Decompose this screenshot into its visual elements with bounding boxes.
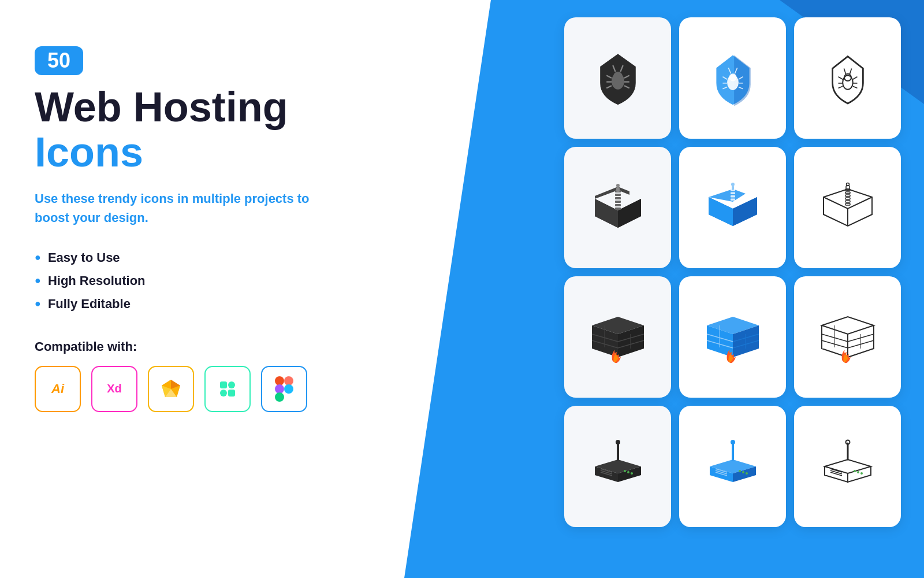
svg-rect-54 (731, 192, 735, 195)
svg-point-102 (746, 472, 748, 475)
svg-rect-7 (228, 381, 235, 388)
svg-line-105 (830, 472, 842, 476)
icon-card-router-outline (794, 406, 901, 527)
svg-point-94 (631, 472, 633, 475)
icon-card-firewall-blue (679, 276, 786, 398)
svg-point-101 (742, 471, 744, 473)
description: Use these trendy icons in multiple proje… (35, 189, 335, 227)
svg-rect-66 (845, 203, 850, 205)
svg-point-93 (627, 471, 629, 473)
svg-rect-51 (616, 187, 620, 192)
svg-rect-8 (220, 390, 227, 397)
svg-line-37 (838, 77, 843, 79)
svg-rect-9 (228, 390, 235, 397)
svg-rect-57 (731, 202, 735, 204)
app-icon-sketch[interactable] (148, 366, 194, 412)
svg-point-52 (616, 184, 620, 187)
svg-point-26 (729, 73, 736, 81)
features-list: Easy to Use High Resolution Fully Editab… (35, 250, 370, 312)
ai-label: Ai (51, 381, 64, 397)
app-icon-illustrator[interactable]: Ai (35, 366, 81, 412)
router-outline-icon (813, 435, 882, 498)
shield-bug-outline-icon (816, 46, 880, 110)
title-web: Web Hosting (35, 86, 370, 129)
svg-point-92 (624, 470, 626, 472)
folder-zip-blue-icon (698, 176, 767, 239)
folder-zip-dark-icon (583, 176, 653, 239)
svg-rect-6 (220, 381, 227, 388)
left-panel: 50 Web Hosting Icons Use these trendy ic… (0, 0, 404, 578)
svg-rect-48 (615, 201, 621, 203)
svg-rect-47 (615, 197, 621, 199)
icon-card-folder-zip-outline (794, 147, 901, 268)
icon-card-router-blue (679, 406, 786, 527)
svg-line-103 (830, 469, 842, 472)
icon-card-shield-blue (679, 17, 786, 139)
svg-point-100 (739, 470, 741, 472)
svg-rect-65 (845, 201, 850, 202)
svg-rect-13 (275, 392, 284, 402)
icon-card-router-dark (564, 406, 671, 527)
icon-card-shield-dark (564, 17, 671, 139)
shield-bug-dark-icon (586, 46, 650, 110)
svg-rect-59 (732, 186, 734, 190)
firewall-blue-icon (698, 305, 767, 369)
svg-rect-63 (845, 195, 850, 197)
penpot-icon (217, 378, 239, 400)
svg-rect-46 (615, 194, 621, 196)
feature-editable: Fully Editable (35, 297, 370, 312)
svg-rect-49 (615, 204, 621, 206)
svg-point-14 (284, 384, 293, 394)
badge-count: 50 (35, 46, 83, 75)
sketch-icon (159, 377, 182, 401)
svg-rect-11 (284, 376, 293, 386)
svg-line-42 (852, 86, 857, 88)
svg-rect-62 (845, 192, 850, 194)
svg-rect-50 (615, 208, 621, 210)
icon-card-folder-zip-blue (679, 147, 786, 268)
svg-rect-12 (275, 384, 284, 394)
figma-icon (275, 376, 293, 402)
svg-rect-55 (731, 195, 735, 198)
svg-line-44 (850, 69, 851, 75)
icon-card-folder-zip-dark (564, 147, 671, 268)
svg-point-68 (846, 183, 849, 186)
description-highlight: boost your design. (35, 210, 148, 225)
feature-resolution: High Resolution (35, 273, 370, 288)
description-before: Use these trendy icons in multiple proje… (35, 191, 310, 206)
app-icon-xd[interactable]: Xd (91, 366, 137, 412)
feature-easy: Easy to Use (35, 250, 370, 265)
svg-point-91 (616, 440, 620, 444)
svg-point-110 (860, 472, 863, 475)
firewall-outline-icon (813, 305, 882, 369)
svg-point-60 (731, 183, 735, 186)
app-icons-row: Ai Xd (35, 366, 370, 412)
firewall-dark-icon (583, 305, 653, 369)
svg-point-16 (613, 72, 622, 80)
svg-rect-64 (845, 198, 850, 199)
svg-line-43 (844, 69, 845, 75)
svg-rect-58 (731, 205, 735, 208)
router-blue-icon (698, 435, 767, 498)
shield-bug-blue-icon (701, 46, 765, 110)
folder-zip-outline-icon (813, 176, 882, 239)
icon-card-firewall-outline (794, 276, 901, 398)
svg-rect-10 (275, 376, 284, 386)
icon-card-shield-outline (794, 17, 901, 139)
svg-point-108 (854, 470, 856, 472)
svg-point-99 (731, 440, 735, 444)
icons-grid (564, 17, 901, 527)
app-icon-figma[interactable] (261, 366, 307, 412)
title-icons: Icons (35, 129, 370, 175)
compatible-label: Compatible with: (35, 339, 370, 354)
svg-rect-56 (731, 199, 735, 201)
svg-point-109 (857, 471, 859, 473)
xd-label: Xd (107, 382, 122, 395)
router-dark-icon (583, 435, 653, 498)
app-icon-penpot[interactable] (204, 366, 251, 412)
svg-line-40 (852, 77, 857, 79)
svg-line-39 (838, 86, 843, 88)
icon-card-firewall-dark (564, 276, 671, 398)
